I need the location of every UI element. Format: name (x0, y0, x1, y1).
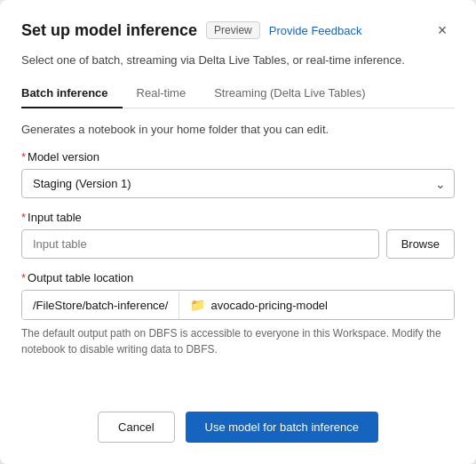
modal-subtitle: Select one of batch, streaming via Delta… (21, 53, 455, 67)
output-help-text: The default output path on DBFS is acces… (21, 325, 455, 357)
output-path-name: avocado-pricing-model (210, 299, 328, 312)
tab-real-time[interactable]: Real-time (123, 79, 201, 108)
generates-text: Generates a notebook in your home folder… (21, 123, 455, 136)
input-table-group: * Input table Browse (21, 211, 455, 259)
use-model-button[interactable]: Use model for batch inference (186, 412, 378, 443)
output-table-group: * Output table location /FileStore/batch… (21, 271, 455, 357)
required-star-output: * (21, 271, 26, 284)
model-version-label: * Model version (21, 150, 455, 164)
output-table-label: * Output table location (21, 271, 455, 284)
folder-icon: 📁 (190, 298, 205, 312)
output-path-row: /FileStore/batch-inference/ 📁 avocado-pr… (21, 290, 455, 320)
modal-header: Set up model inference Preview Provide F… (21, 18, 455, 43)
tabs-container: Batch inference Real-time Streaming (Del… (21, 79, 455, 108)
cancel-button[interactable]: Cancel (98, 412, 174, 443)
model-version-select-wrapper: Staging (Version 1) ⌄ (21, 169, 455, 198)
modal-footer: Cancel Use model for batch inference (21, 390, 455, 443)
input-table-label: * Input table (21, 211, 455, 224)
tab-streaming[interactable]: Streaming (Delta Live Tables) (200, 79, 379, 108)
feedback-link[interactable]: Provide Feedback (269, 24, 362, 37)
close-button[interactable]: × (430, 18, 455, 43)
output-path-left: /FileStore/batch-inference/ (22, 292, 179, 319)
input-table-field[interactable] (21, 229, 379, 259)
preview-badge: Preview (206, 21, 260, 39)
output-path-right: 📁 avocado-pricing-model (179, 291, 454, 319)
model-version-group: * Model version Staging (Version 1) ⌄ (21, 150, 455, 198)
required-star-model: * (21, 150, 26, 164)
setup-inference-modal: Set up model inference Preview Provide F… (0, 0, 476, 464)
input-table-row: Browse (21, 229, 455, 259)
model-version-select[interactable]: Staging (Version 1) (21, 169, 455, 198)
browse-button[interactable]: Browse (386, 229, 455, 259)
modal-title: Set up model inference (21, 21, 197, 40)
required-star-input: * (21, 211, 26, 224)
tab-batch-inference[interactable]: Batch inference (21, 79, 123, 108)
